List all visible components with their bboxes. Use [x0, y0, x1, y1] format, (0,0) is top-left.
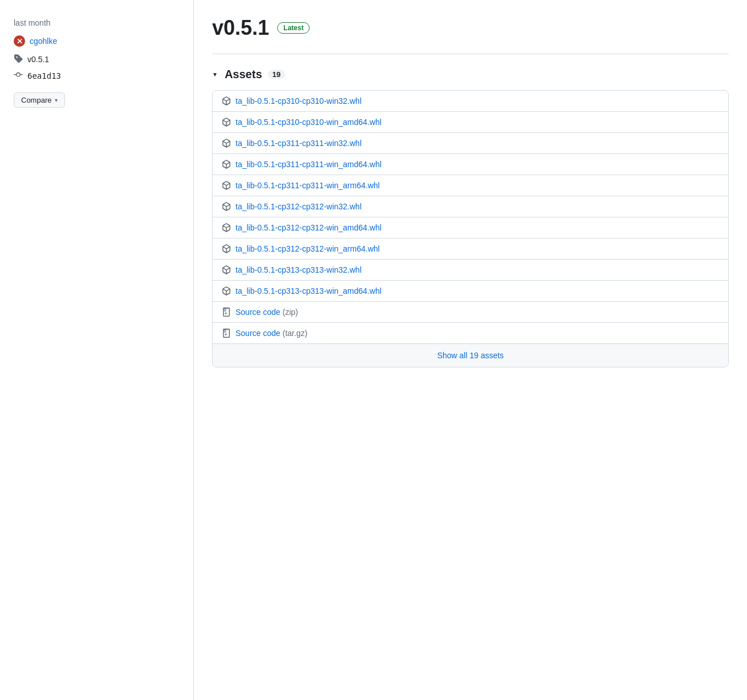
assets-list: ta_lib-0.5.1-cp310-cp310-win32.whl ta_li… — [212, 90, 729, 367]
assets-section: ▼ Assets 19 ta_lib-0.5.1-cp310-cp310-win… — [212, 68, 729, 367]
release-version: v0.5.1 — [212, 16, 269, 40]
list-item: ta_lib-0.5.1-cp312-cp312-win_amd64.whl — [213, 217, 728, 238]
asset-file-link[interactable]: ta_lib-0.5.1-cp311-cp311-win32.whl — [236, 139, 362, 148]
package-icon — [222, 244, 231, 253]
tag-label[interactable]: v0.5.1 — [27, 55, 49, 64]
zip-icon — [222, 307, 231, 317]
list-item: ta_lib-0.5.1-cp310-cp310-win_amd64.whl — [213, 112, 728, 133]
asset-file-link[interactable]: ta_lib-0.5.1-cp311-cp311-win_amd64.whl — [236, 160, 381, 169]
sidebar-timestamp: last month — [14, 18, 180, 27]
source-code-zip-label: Source code — [236, 307, 281, 317]
sidebar-author[interactable]: ✕ cgohlke — [14, 35, 180, 47]
list-item: ta_lib-0.5.1-cp311-cp311-win32.whl — [213, 133, 728, 154]
package-icon — [222, 118, 231, 127]
package-icon — [222, 286, 231, 296]
source-code-zip-suffix: (zip) — [281, 307, 298, 317]
asset-file-link[interactable]: ta_lib-0.5.1-cp311-cp311-win_arm64.whl — [236, 181, 380, 190]
assets-header[interactable]: ▼ Assets 19 — [212, 68, 729, 81]
sidebar-tag-row: v0.5.1 — [14, 54, 180, 64]
package-icon — [222, 265, 231, 274]
sidebar: last month ✕ cgohlke v0.5.1 6ea1d13 — [0, 0, 194, 700]
asset-file-link[interactable]: ta_lib-0.5.1-cp313-cp313-win_amd64.whl — [236, 286, 381, 296]
author-name[interactable]: cgohlke — [30, 37, 57, 46]
package-icon — [222, 202, 231, 211]
package-icon — [222, 223, 231, 232]
release-header: v0.5.1 Latest — [212, 16, 729, 54]
commit-hash[interactable]: 6ea1d13 — [27, 71, 61, 80]
list-item: Source code (tar.gz) — [213, 323, 728, 344]
latest-badge: Latest — [277, 22, 310, 34]
list-item: ta_lib-0.5.1-cp310-cp310-win32.whl — [213, 91, 728, 112]
source-code-zip-link[interactable]: Source code (zip) — [236, 307, 298, 317]
list-item: ta_lib-0.5.1-cp312-cp312-win_arm64.whl — [213, 238, 728, 260]
list-item: ta_lib-0.5.1-cp313-cp313-win_amd64.whl — [213, 281, 728, 302]
show-all-assets-link[interactable]: Show all 19 assets — [437, 351, 504, 360]
triangle-down-icon: ▼ — [212, 71, 218, 78]
show-all-row: Show all 19 assets — [213, 344, 728, 367]
asset-file-link[interactable]: ta_lib-0.5.1-cp312-cp312-win_amd64.whl — [236, 223, 381, 232]
asset-file-link[interactable]: ta_lib-0.5.1-cp310-cp310-win32.whl — [236, 96, 362, 106]
package-icon — [222, 96, 231, 106]
chevron-down-icon: ▾ — [55, 97, 58, 103]
source-code-targz-suffix: (tar.gz) — [281, 329, 307, 338]
main-content: v0.5.1 Latest ▼ Assets 19 ta_lib-0.5.1-c — [194, 0, 747, 700]
assets-count-badge: 19 — [268, 70, 285, 79]
source-code-targz-link[interactable]: Source code (tar.gz) — [236, 329, 307, 338]
source-code-targz-label: Source code — [236, 329, 281, 338]
zip-icon — [222, 329, 231, 338]
compare-button-label: Compare — [21, 96, 51, 104]
list-item: ta_lib-0.5.1-cp311-cp311-win_amd64.whl — [213, 154, 728, 175]
list-item: ta_lib-0.5.1-cp311-cp311-win_arm64.whl — [213, 175, 728, 196]
list-item: ta_lib-0.5.1-cp313-cp313-win32.whl — [213, 260, 728, 281]
commit-icon — [14, 70, 23, 81]
list-item: Source code (zip) — [213, 302, 728, 323]
asset-file-link[interactable]: ta_lib-0.5.1-cp312-cp312-win_arm64.whl — [236, 244, 380, 253]
package-icon — [222, 181, 231, 190]
sidebar-commit-row: 6ea1d13 — [14, 70, 180, 81]
package-icon — [222, 139, 231, 148]
asset-file-link[interactable]: ta_lib-0.5.1-cp310-cp310-win_amd64.whl — [236, 118, 381, 127]
assets-title: Assets — [225, 68, 262, 81]
tag-icon — [14, 54, 23, 64]
compare-button[interactable]: Compare ▾ — [14, 92, 65, 108]
asset-file-link[interactable]: ta_lib-0.5.1-cp313-cp313-win32.whl — [236, 265, 362, 274]
avatar: ✕ — [14, 35, 25, 47]
asset-file-link[interactable]: ta_lib-0.5.1-cp312-cp312-win32.whl — [236, 202, 362, 211]
package-icon — [222, 160, 231, 169]
list-item: ta_lib-0.5.1-cp312-cp312-win32.whl — [213, 196, 728, 217]
